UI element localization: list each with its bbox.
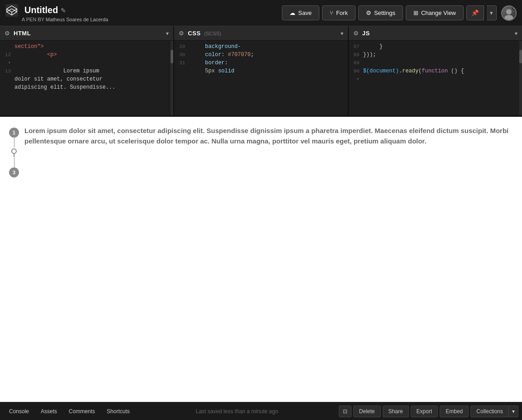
notification-dot <box>512 5 517 10</box>
svg-point-7 <box>12 149 16 153</box>
footer: Console Assets Comments Shortcuts Last s… <box>0 402 522 420</box>
html-code-line: section"> <box>0 43 173 51</box>
preview-markers: 1 3 <box>9 128 19 177</box>
avatar[interactable] <box>501 5 517 21</box>
js-scrollbar[interactable] <box>519 41 522 115</box>
html-panel-header: ⚙ HTML ▾ <box>0 26 173 41</box>
js-scrollbar-thumb <box>519 50 522 63</box>
js-panel-dropdown[interactable]: ▾ <box>515 30 517 37</box>
title-row: Untitled ✎ <box>5 4 282 17</box>
css-panel-dropdown[interactable]: ▾ <box>341 30 343 37</box>
external-link-button[interactable]: ⊡ <box>339 406 351 417</box>
marker-1: 1 <box>9 128 19 138</box>
settings-button[interactable]: ⚙ Settings <box>358 5 403 20</box>
css-panel-title: CSS <box>188 30 200 37</box>
change-view-button[interactable]: ⊞ Change View <box>406 5 464 20</box>
preview-area: 1 3 Lorem ipsum dolor sit amet, consecte… <box>0 117 522 402</box>
html-code-line: adipiscing elit. Suspendisse... <box>0 83 173 91</box>
css-code-line: 5px solid <box>174 67 347 75</box>
marker-pin <box>9 148 19 158</box>
js-panel: ⚙ JS ▾ 87 } 88 })); 89 90 ▾ $(document).… <box>349 26 522 115</box>
html-code-area[interactable]: section"> 12 ▾ <p> 13 Lorem ipsum dolor … <box>0 41 173 115</box>
js-code-area[interactable]: 87 } 88 })); 89 90 ▾ $(document).ready(f… <box>349 41 522 115</box>
footer-right: ⊡ Delete Share Export Embed Collections … <box>339 406 518 417</box>
css-panel-header: ⚙ CSS (SCSS) ▾ <box>174 26 347 41</box>
js-gear-icon[interactable]: ⚙ <box>353 30 359 37</box>
html-panel: ⚙ HTML ▾ section"> 12 ▾ <p> 13 Lorem ips… <box>0 26 174 115</box>
js-code-line: 90 ▾ $(document).ready(function () { <box>349 67 522 83</box>
settings-icon: ⚙ <box>366 10 371 16</box>
html-panel-header-left: ⚙ HTML <box>5 30 31 37</box>
css-code-line: 29 background- <box>174 43 347 51</box>
chevron-down-icon: ▾ <box>490 10 493 16</box>
delete-button[interactable]: Delete <box>353 406 381 417</box>
fork-button[interactable]: ⑂ Fork <box>322 5 356 20</box>
html-scrollbar-thumb <box>171 50 173 63</box>
css-panel: ⚙ CSS (SCSS) ▾ 29 background- 30 color: … <box>174 26 348 115</box>
html-scrollbar[interactable] <box>171 41 173 115</box>
header-actions: ☁ Save ⑂ Fork ⚙ Settings ⊞ Change View 📌… <box>282 5 517 21</box>
header: Untitled ✎ A PEN BY Matheus Soares de La… <box>0 0 522 26</box>
console-button[interactable]: Console <box>4 406 34 417</box>
html-code-line: dolor sit amet, consectetur <box>0 75 173 83</box>
js-code-line: 87 } <box>349 43 522 51</box>
marker-line-1 <box>14 138 14 148</box>
editor-area: ⚙ HTML ▾ section"> 12 ▾ <p> 13 Lorem ips… <box>0 26 522 117</box>
js-panel-header: ⚙ JS ▾ <box>349 26 522 41</box>
marker-line-2 <box>14 158 14 167</box>
external-link-icon: ⊡ <box>343 408 347 415</box>
svg-point-5 <box>506 9 512 14</box>
save-button[interactable]: ☁ Save <box>282 5 319 20</box>
css-panel-header-left: ⚙ CSS (SCSS) <box>179 30 221 37</box>
js-code-line: 89 <box>349 59 522 67</box>
share-button[interactable]: Share <box>383 406 409 417</box>
js-code-line: 88 })); <box>349 51 522 59</box>
pin-icon: 📌 <box>471 10 479 16</box>
collections-group: Collections ▾ <box>470 406 518 417</box>
pen-title: Untitled <box>24 5 58 15</box>
collections-button[interactable]: Collections <box>470 406 509 417</box>
js-panel-title: JS <box>362 30 370 37</box>
shortcuts-button[interactable]: Shortcuts <box>101 406 135 417</box>
export-button[interactable]: Export <box>411 406 438 417</box>
html-panel-dropdown[interactable]: ▾ <box>166 30 169 37</box>
header-left: Untitled ✎ A PEN BY Matheus Soares de La… <box>5 4 282 22</box>
js-panel-header-left: ⚙ JS <box>353 30 370 37</box>
pin-button[interactable]: 📌 <box>466 5 484 20</box>
assets-button[interactable]: Assets <box>35 406 62 417</box>
fork-icon: ⑂ <box>330 10 333 16</box>
collections-dropdown-button[interactable]: ▾ <box>509 406 518 417</box>
footer-status: Last saved less than a minute ago <box>136 408 338 415</box>
marker-3: 3 <box>9 167 19 177</box>
embed-button[interactable]: Embed <box>440 406 469 417</box>
html-code-line: 12 ▾ <p> <box>0 51 173 67</box>
view-icon: ⊞ <box>413 10 418 16</box>
css-gear-icon[interactable]: ⚙ <box>179 30 184 37</box>
header-dropdown-button[interactable]: ▾ <box>487 5 497 20</box>
html-panel-title: HTML <box>14 30 31 37</box>
svg-point-6 <box>504 15 513 20</box>
status-text: Last saved less than a minute ago <box>196 408 278 415</box>
css-panel-subtitle: (SCSS) <box>204 31 221 36</box>
codepen-logo <box>5 4 18 17</box>
preview-text: Lorem ipsum dolor sit amet, consectetur … <box>24 126 513 146</box>
pen-author: A PEN BY Matheus Soares de Lacerda <box>22 17 282 22</box>
edit-icon[interactable]: ✎ <box>61 7 66 14</box>
comments-button[interactable]: Comments <box>63 406 100 417</box>
html-code-line: 13 Lorem ipsum <box>0 67 173 75</box>
css-code-line: 30 color: #707070; <box>174 51 347 59</box>
cloud-icon: ☁ <box>289 10 295 16</box>
css-code-line: 31 border: <box>174 59 347 67</box>
css-code-area[interactable]: 29 background- 30 color: #707070; 31 bor… <box>174 41 347 115</box>
html-gear-icon[interactable]: ⚙ <box>5 30 10 37</box>
